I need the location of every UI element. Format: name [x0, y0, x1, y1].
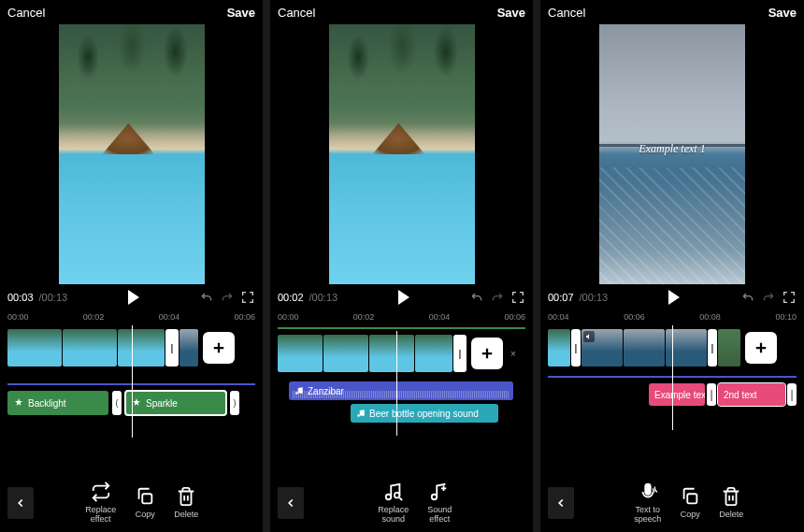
timeline[interactable]: | × [270, 331, 533, 380]
back-button[interactable] [548, 487, 574, 519]
video-clip[interactable] [718, 329, 740, 367]
back-button[interactable] [278, 487, 304, 519]
save-button[interactable]: Save [768, 6, 797, 20]
svg-point-2 [395, 493, 400, 498]
cancel-button[interactable]: Cancel [7, 6, 45, 20]
copy-button[interactable]: Copy [135, 486, 155, 520]
tick: 00:10 [775, 312, 797, 322]
add-clip-button[interactable] [203, 332, 235, 364]
svg-rect-0 [142, 494, 151, 503]
redo-icon[interactable] [761, 290, 776, 305]
playhead[interactable] [132, 325, 133, 438]
playback-controls: 00:03/00:13 [0, 284, 263, 310]
video-clip[interactable] [323, 335, 368, 372]
text-clip-label: Example tex [654, 390, 705, 400]
effect-label: Backlight [28, 398, 66, 409]
fullscreen-icon[interactable] [240, 290, 255, 305]
sound-track-1[interactable]: Zanzibar [270, 381, 533, 400]
preview-area [0, 24, 263, 284]
text-handle-left[interactable]: | [707, 383, 716, 406]
fullscreen-icon[interactable] [782, 290, 797, 305]
tool-label: Copy [136, 510, 155, 520]
video-clip[interactable]: × [179, 329, 198, 367]
video-clip[interactable] [415, 335, 452, 372]
cancel-button[interactable]: Cancel [548, 6, 585, 20]
video-clip[interactable] [278, 335, 323, 372]
clip-handle[interactable]: | [165, 329, 179, 367]
sound-clip-effect[interactable]: Beer bottle opening sound [351, 404, 498, 423]
video-preview[interactable] [59, 24, 205, 284]
video-clip[interactable] [369, 335, 414, 372]
close-icon[interactable]: × [187, 329, 198, 340]
add-clip-button[interactable] [471, 338, 503, 369]
text-to-speech-button[interactable]: Text to speech [634, 482, 661, 525]
clip-row[interactable]: | × [278, 335, 525, 372]
text-clip-label: 2nd text [724, 390, 757, 400]
bottom-toolbar: Text to speech Copy Delete [540, 474, 804, 532]
video-preview[interactable] [329, 24, 475, 284]
tool-label: Delete [174, 510, 198, 520]
play-button[interactable] [128, 290, 139, 305]
copy-button[interactable]: Copy [680, 486, 700, 520]
tick: 00:00 [7, 312, 29, 322]
bottom-toolbar: Replace sound Sound effect [270, 474, 533, 532]
video-clip[interactable] [63, 329, 117, 367]
play-button[interactable] [398, 290, 409, 305]
clip-handle[interactable]: | [708, 329, 717, 367]
video-clip[interactable] [548, 329, 570, 367]
back-button[interactable] [7, 487, 34, 519]
timeline[interactable]: | | [540, 325, 804, 374]
timeline[interactable]: | × [0, 325, 263, 381]
tick: 00:04 [429, 312, 451, 322]
tick: 00:06 [624, 312, 645, 322]
video-clip[interactable] [7, 329, 62, 367]
save-button[interactable]: Save [497, 6, 525, 20]
clip-handle[interactable]: | [453, 335, 467, 372]
sound-effect-button[interactable]: Sound effect [427, 482, 452, 525]
redo-icon[interactable] [490, 290, 505, 305]
effect-handle-left[interactable]: ( [112, 391, 122, 415]
redo-icon[interactable] [220, 290, 235, 305]
replace-sound-button[interactable]: Replace sound [378, 482, 409, 525]
sound-clip-music[interactable]: Zanzibar [289, 381, 513, 400]
sound-track-2[interactable]: Beer bottle opening sound [270, 404, 533, 423]
add-clip-button[interactable] [745, 332, 777, 364]
tick: 00:02 [83, 312, 105, 322]
undo-icon[interactable] [469, 290, 484, 305]
video-clip[interactable] [581, 329, 623, 367]
fullscreen-icon[interactable] [510, 290, 525, 305]
undo-icon[interactable] [740, 290, 755, 305]
play-button[interactable] [668, 290, 680, 305]
clip-handle[interactable]: | [571, 329, 581, 367]
replace-effect-button[interactable]: Replace effect [85, 482, 116, 525]
effect-label: Sparkle [146, 398, 178, 409]
track-indicator [278, 327, 525, 329]
text-clip-2[interactable]: 2nd text [718, 383, 785, 406]
cancel-button[interactable]: Cancel [278, 6, 315, 20]
effect-clip-sparkle[interactable]: Sparkle [125, 391, 226, 415]
playhead[interactable] [672, 325, 673, 430]
video-clip[interactable] [624, 329, 665, 367]
save-button[interactable]: Save [227, 6, 255, 20]
text-handle-right[interactable]: | [787, 383, 797, 406]
preview-area [270, 24, 533, 284]
mute-icon[interactable] [583, 331, 595, 342]
text-track[interactable]: Example tex | 2nd text | [641, 383, 804, 406]
delete-button[interactable]: Delete [174, 486, 198, 520]
delete-button[interactable]: Delete [719, 486, 743, 520]
svg-rect-4 [688, 494, 697, 503]
video-preview[interactable]: Example text 1 [599, 24, 745, 284]
tick: 00:08 [699, 312, 721, 322]
effect-clip-backlight[interactable]: Backlight [7, 391, 108, 415]
timeline-ticks: 00:04 00:06 00:08 00:10 [540, 310, 804, 325]
playhead[interactable] [396, 331, 397, 436]
editor-screen-sounds: Cancel Save 00:02/00:13 00:00 00:02 00:0… [270, 0, 533, 532]
text-overlay[interactable]: Example text 1 [639, 142, 705, 156]
text-clip-1[interactable]: Example tex [649, 383, 705, 406]
tick: 00:06 [234, 312, 255, 322]
undo-icon[interactable] [199, 290, 214, 305]
video-clip[interactable] [118, 329, 165, 367]
close-icon[interactable]: × [508, 348, 519, 359]
top-bar: Cancel Save [270, 0, 533, 24]
effect-handle-right[interactable]: ) [230, 391, 239, 415]
